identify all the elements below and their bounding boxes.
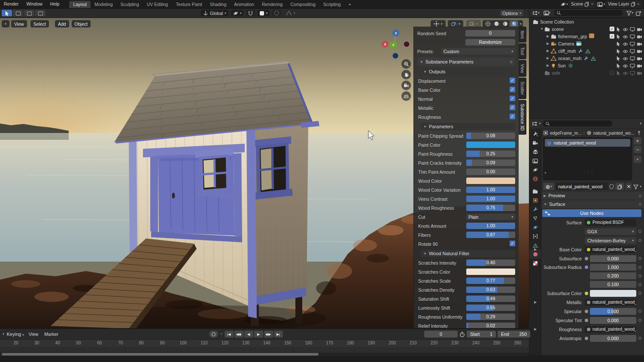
grid-view-button[interactable]	[401, 91, 411, 101]
fake-user-shield-icon[interactable]	[609, 184, 614, 189]
subsurface-radius-field-0[interactable]: 1.000	[590, 264, 636, 271]
workspace-tab-sculpting[interactable]: Sculpting	[117, 1, 143, 8]
chevron-down-icon[interactable]: ▾	[567, 3, 568, 6]
knots-amount-slider[interactable]: 1.00	[466, 223, 515, 229]
menu-window[interactable]: Window	[22, 0, 46, 8]
transform-orientation-dropdown[interactable]: Global▾	[201, 10, 228, 16]
workspace-tab-scripting[interactable]: Scripting	[319, 1, 345, 8]
normal-checkbox[interactable]: ✓	[510, 96, 515, 101]
shading-material-button[interactable]	[501, 21, 509, 27]
slot-specials-dropdown[interactable]: ▾	[634, 156, 641, 163]
hide-eye-icon[interactable]	[623, 48, 628, 53]
outliner-row-safe[interactable]: safe	[529, 69, 644, 76]
shading-options-dropdown[interactable]: ▾	[520, 22, 522, 26]
scene-icon[interactable]	[561, 1, 566, 7]
properties-tab-world[interactable]	[529, 174, 541, 183]
specular-tint-slider[interactable]: 0.000	[590, 317, 636, 324]
breadcrumb-material[interactable]: natural_painted_wo...	[593, 131, 635, 136]
outliner-row-Camera[interactable]: ▶ Camera	[529, 40, 644, 47]
disable-viewport-icon[interactable]	[630, 26, 635, 32]
properties-tab-object[interactable]	[529, 196, 541, 205]
random-seed-field[interactable]: 0	[465, 30, 515, 36]
surface-panel-header[interactable]: ▼Surface≡	[541, 200, 644, 208]
disable-render-icon[interactable]	[637, 55, 642, 61]
outliner-display-mode-dropdown[interactable]	[532, 10, 538, 16]
subsurface-radius-field-1[interactable]: 0.200	[590, 272, 636, 279]
selectable-icon[interactable]	[616, 70, 621, 75]
auto-keying-button[interactable]	[209, 331, 218, 338]
anisotropic-slider[interactable]: 0.000	[590, 335, 636, 342]
subsurface-slider[interactable]: 0.000	[590, 255, 636, 262]
section-header-outputs[interactable]: ▼Outputs	[421, 68, 515, 75]
view-layer-selector[interactable]: View Layer✕	[606, 1, 642, 8]
properties-tab-physics[interactable]	[529, 223, 541, 232]
viewport-menu-select[interactable]: Select	[30, 20, 49, 27]
workspace-tab-layout[interactable]: Layout	[69, 1, 91, 8]
selectable-icon[interactable]	[616, 55, 621, 61]
sidebar-tab-tool[interactable]: Tool	[519, 43, 526, 59]
decorator-dot[interactable]	[638, 230, 641, 233]
paint-cracks-intensity-slider[interactable]: 0.09	[466, 160, 515, 166]
sidebar-tab-substance-3d[interactable]: Substance 3D	[519, 100, 526, 135]
base-color-checkbox[interactable]: ✓	[510, 87, 515, 92]
stopwatch-icon[interactable]	[459, 332, 465, 337]
decorator-dot[interactable]	[638, 292, 641, 295]
properties-tab-tool[interactable]	[529, 129, 541, 138]
options-dropdown[interactable]: Options▾	[500, 10, 523, 16]
hide-eye-icon[interactable]	[623, 55, 628, 60]
scratches-scale-slider[interactable]: 0.77	[466, 278, 515, 284]
menu-render[interactable]: Render	[0, 0, 22, 8]
material-name-field[interactable]: natural_painted_wood	[556, 183, 608, 190]
timeline-marker-menu[interactable]: Marker	[41, 330, 61, 338]
editor-type-dropdown[interactable]: ▾	[3, 332, 4, 336]
next-keyframe-button[interactable]: ◆▶	[264, 331, 273, 338]
remove-slot-button[interactable]: −	[634, 146, 641, 153]
mode-dropdown[interactable]: ▾	[2, 20, 9, 27]
properties-tab-texture[interactable]	[529, 259, 541, 268]
paint-color-color-swatch[interactable]	[466, 142, 515, 148]
timeline-view-menu[interactable]: View	[26, 330, 42, 338]
box-select-extend-button[interactable]	[24, 10, 34, 16]
disable-viewport-icon[interactable]	[630, 70, 635, 75]
properties-tab-scene[interactable]	[529, 165, 541, 174]
hide-eye-icon[interactable]	[623, 41, 628, 46]
rotate-90-checkbox[interactable]: ✓	[510, 241, 515, 246]
roughness-link-field[interactable]: natural_painted_wood_4	[585, 326, 636, 333]
disable-render-icon[interactable]	[637, 63, 642, 68]
timeline-track[interactable]	[0, 347, 529, 353]
thin-paint-amount-slider[interactable]: 0.00	[466, 169, 515, 175]
add-slot-button[interactable]: +	[634, 137, 641, 145]
keying-dropdown[interactable]: Keying ▾	[7, 332, 24, 337]
pan-button[interactable]	[401, 70, 411, 79]
outliner-row-fisherman_grp[interactable]: ▶ fisherman_grp✓	[529, 33, 644, 40]
chevron-down-icon[interactable]: ▾	[604, 3, 605, 6]
outliner-filter-image-dropdown[interactable]	[544, 10, 549, 16]
outliner-root-row[interactable]: Scene Collection	[529, 18, 644, 25]
viewport-3d[interactable]: Z X Y ▾ ViewSelectAddObject ▾ ▾ ▾ ▾ Rand…	[0, 18, 529, 328]
workspace-tab-shading[interactable]: Shading	[206, 1, 231, 8]
disable-render-icon[interactable]	[637, 41, 642, 46]
properties-tab-output[interactable]	[529, 147, 541, 156]
disable-viewport-icon[interactable]	[630, 55, 635, 61]
sidebar-tab-item[interactable]: Item	[519, 27, 526, 42]
new-material-button[interactable]	[615, 183, 624, 190]
roughness-uniformity-slider[interactable]: 0.29	[466, 314, 515, 320]
saturation-shift-slider[interactable]: 0.49	[466, 296, 515, 302]
scratches-color-color-swatch[interactable]	[466, 268, 515, 275]
box-select-subtract-button[interactable]	[35, 10, 46, 16]
add-workspace-button[interactable]: +	[345, 1, 355, 8]
play-button[interactable]: ▶	[254, 331, 263, 338]
base-color-link-field[interactable]: natural_painted_wood_4	[585, 246, 636, 253]
metallic-link-field[interactable]: natural_painted_wood_4	[585, 299, 636, 306]
filter-funnel-icon[interactable]	[633, 184, 638, 190]
properties-tab-constraints[interactable]	[529, 232, 541, 241]
browse-material-dropdown[interactable]: ▾	[543, 183, 554, 190]
decorator-dot[interactable]	[638, 275, 641, 278]
box-select-button[interactable]	[13, 10, 23, 16]
properties-tab-view-layer[interactable]	[529, 156, 541, 165]
end-frame-field[interactable]: End250	[498, 331, 530, 338]
decorator-dot[interactable]	[638, 283, 641, 286]
decorator-dot[interactable]	[638, 319, 641, 322]
preview-panel-header[interactable]: ▶Preview≡	[541, 192, 644, 199]
viewport-menu-view[interactable]: View	[11, 20, 27, 27]
